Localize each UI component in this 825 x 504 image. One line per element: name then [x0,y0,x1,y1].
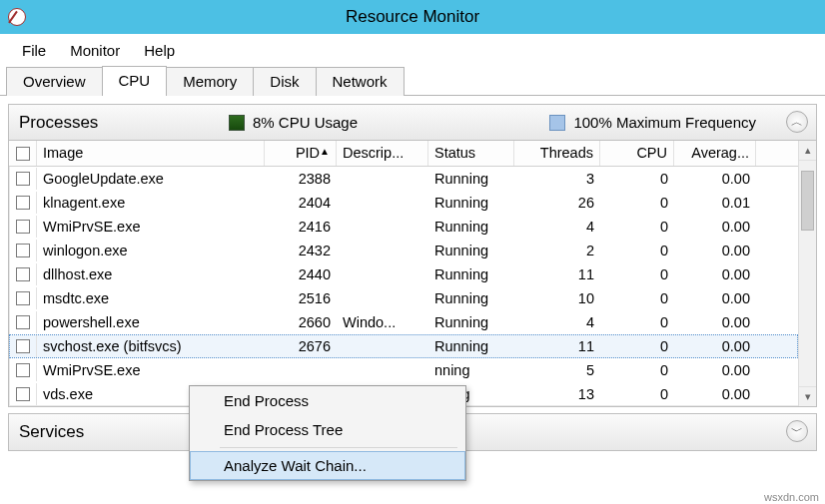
collapse-button[interactable]: ︿ [786,111,808,133]
processes-grid: Image PID▲ Descrip... Status Threads CPU… [9,141,798,406]
table-row[interactable]: msdtc.exe2516Running1000.00 [9,286,798,310]
processes-panel: Processes 8% CPU Usage 100% Maximum Freq… [8,104,817,407]
title-bar: Resource Monitor [0,0,825,34]
table-row[interactable]: klnagent.exe2404Running2600.01 [9,191,798,215]
checkbox-icon [16,220,30,234]
tab-network[interactable]: Network [316,67,405,96]
chevron-up-icon: ︿ [791,114,803,131]
cell-threads: 2 [514,241,600,260]
row-checkbox[interactable] [9,335,37,357]
cell-cpu: 0 [600,193,674,213]
cell-desc [337,272,428,276]
checkbox-icon [16,315,30,329]
menu-file[interactable]: File [10,38,58,63]
checkbox-icon [16,172,30,186]
col-header-status[interactable]: Status [428,141,514,166]
scroll-thumb[interactable] [801,171,814,231]
col-header-threads[interactable]: Threads [514,141,600,166]
table-row[interactable]: GoogleUpdate.exe2388Running300.00 [9,167,798,191]
cpu-usage-label: 8% CPU Usage [253,114,358,131]
menu-monitor[interactable]: Monitor [58,38,132,63]
row-checkbox[interactable] [9,240,37,261]
cell-desc [337,177,428,181]
menu-analyze-wait-chain[interactable]: Analyze Wait Chain... [190,451,465,480]
tab-cpu[interactable]: CPU [102,66,168,96]
cell-threads: 4 [514,217,600,237]
menu-end-process-tree[interactable]: End Process Tree [190,415,465,444]
processes-panel-header[interactable]: Processes 8% CPU Usage 100% Maximum Freq… [9,105,816,141]
cell-pid: 2404 [265,193,337,213]
table-row[interactable]: svchost.exe (bitfsvcs)2676Running1100.00 [9,334,798,358]
cell-cpu: 0 [600,360,674,380]
tab-disk[interactable]: Disk [253,67,316,96]
context-menu: End Process End Process Tree Analyze Wai… [189,385,466,481]
cell-cpu: 0 [600,169,674,189]
cell-threads: 26 [514,193,600,213]
expand-button[interactable]: ﹀ [786,420,808,442]
window-title: Resource Monitor [346,7,479,27]
checkbox-icon [16,244,30,257]
row-checkbox[interactable] [9,383,37,405]
row-checkbox[interactable] [9,263,37,285]
cell-pid [265,368,337,372]
cell-status: Running [428,336,514,356]
watermark: wsxdn.com [764,491,819,503]
cell-desc [337,201,428,205]
table-row[interactable]: WmiPrvSE.exe2416Running400.00 [9,215,798,239]
grid-body: GoogleUpdate.exe2388Running300.00klnagen… [9,167,798,406]
cell-cpu: 0 [600,264,674,284]
cell-avg: 0.00 [674,217,756,237]
cell-pid: 2676 [265,336,337,356]
cell-avg: 0.00 [674,336,756,356]
cell-image: msdtc.exe [37,288,265,308]
cell-cpu: 0 [600,336,674,356]
tab-memory[interactable]: Memory [166,67,254,96]
cell-cpu: 0 [600,312,674,332]
sort-asc-icon: ▲ [320,146,330,157]
cell-avg: 0.01 [674,193,756,213]
cell-avg: 0.00 [674,312,756,332]
row-checkbox[interactable] [9,192,37,214]
cell-threads: 11 [514,336,600,356]
tab-overview[interactable]: Overview [6,67,103,96]
scroll-up-icon[interactable]: ▴ [799,141,816,161]
cell-threads: 5 [514,360,600,380]
cell-avg: 0.00 [674,241,756,260]
row-checkbox[interactable] [9,287,37,309]
row-checkbox[interactable] [9,311,37,333]
cell-pid: 2660 [265,312,337,332]
row-checkbox[interactable] [9,168,37,190]
cell-pid: 2416 [265,217,337,237]
vertical-scrollbar[interactable]: ▴ ▾ [798,141,816,406]
cell-desc [337,296,428,300]
menu-help[interactable]: Help [132,38,187,63]
cpu-usage-swatch-icon [229,115,245,131]
col-header-cpu[interactable]: CPU [600,141,674,166]
table-row[interactable]: winlogon.exe2432Running200.00 [9,239,798,262]
cell-avg: 0.00 [674,384,756,404]
cell-status: Running [428,288,514,308]
row-checkbox[interactable] [9,216,37,238]
table-row[interactable]: dllhost.exe2440Running1100.00 [9,262,798,286]
cell-image: powershell.exe [37,312,265,332]
col-header-image[interactable]: Image [37,141,265,166]
table-row[interactable]: WmiPrvSE.exenning500.00 [9,358,798,382]
cell-desc [337,225,428,229]
scroll-down-icon[interactable]: ▾ [799,386,816,406]
checkbox-icon [16,387,30,401]
cell-status: Running [428,169,514,189]
header-checkbox-cell[interactable] [9,141,37,166]
cell-threads: 11 [514,264,600,284]
chevron-down-icon: ﹀ [791,423,803,440]
col-header-pid[interactable]: PID▲ [265,141,337,166]
menu-end-process[interactable]: End Process [190,386,465,415]
cell-status: Running [428,217,514,237]
col-header-description[interactable]: Descrip... [337,141,428,166]
cell-image: GoogleUpdate.exe [37,169,265,189]
cell-image: WmiPrvSE.exe [37,217,265,237]
cell-status: nning [428,360,514,380]
table-row[interactable]: powershell.exe2660Windo...Running400.00 [9,310,798,334]
col-header-average[interactable]: Averag... [674,141,756,166]
row-checkbox[interactable] [9,359,37,381]
checkbox-icon [16,339,30,353]
